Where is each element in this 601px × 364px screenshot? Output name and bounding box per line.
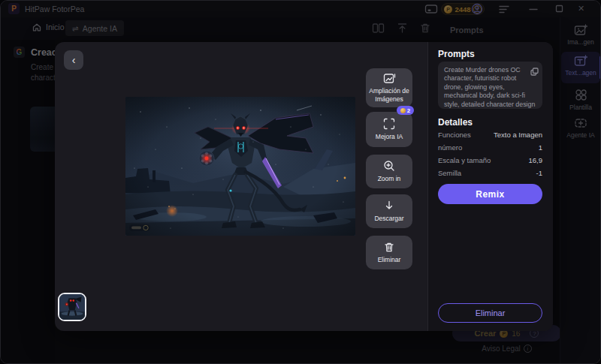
delete-label: Eliminar bbox=[376, 256, 403, 264]
prompts-title: Prompts bbox=[438, 49, 475, 59]
prompt-text: Create Murder drones OC character, futur… bbox=[444, 66, 536, 109]
upscale-label: Ampliación de Imágenes bbox=[366, 87, 412, 103]
generated-image bbox=[125, 97, 355, 236]
enhance-label: Mejora IA bbox=[374, 133, 404, 141]
upscale-button[interactable]: Ampliación de Imágenes bbox=[366, 68, 412, 107]
eliminar-button[interactable]: Eliminar bbox=[438, 303, 542, 323]
app-window: P HitPaw FotorPea P 2448 + ✕ Inicio bbox=[0, 0, 601, 364]
download-icon bbox=[384, 200, 394, 212]
result-detail-modal: ‹ bbox=[55, 42, 553, 331]
result-thumbnail-selected[interactable] bbox=[58, 293, 86, 321]
prompt-box: Create Murder drones OC character, futur… bbox=[438, 62, 542, 109]
enhance-icon bbox=[383, 118, 395, 130]
enhance-button[interactable]: Mejora IA bbox=[366, 112, 412, 147]
detail-row-semilla: Semilla -1 bbox=[438, 169, 542, 177]
enhance-cost-badge: 2 bbox=[397, 106, 414, 115]
delete-button[interactable]: Eliminar bbox=[366, 236, 412, 269]
coin-icon bbox=[400, 108, 406, 113]
copy-icon[interactable] bbox=[530, 65, 539, 79]
upscale-icon bbox=[383, 73, 396, 84]
detail-row-escala: Escala y tamaño 16,9 bbox=[438, 156, 542, 164]
detail-row-numero: número 1 bbox=[438, 143, 542, 152]
download-button[interactable]: Descargar bbox=[366, 194, 412, 228]
enhance-cost: 2 bbox=[407, 107, 410, 114]
details-title: Detalles bbox=[438, 117, 473, 128]
remix-button[interactable]: Remix bbox=[438, 184, 542, 204]
back-button[interactable]: ‹ bbox=[64, 50, 83, 70]
detail-row-funciones: Funciones Texto a Imagen bbox=[438, 131, 542, 139]
detail-panel: Prompts Create Murder drones OC characte… bbox=[427, 42, 553, 331]
zoom-in-icon bbox=[383, 160, 395, 172]
delete-icon bbox=[384, 242, 394, 253]
download-label: Descargar bbox=[373, 215, 405, 223]
image-watermark bbox=[129, 224, 150, 231]
zoom-in-button[interactable]: Zoom in bbox=[366, 155, 412, 188]
zoom-in-label: Zoom in bbox=[376, 175, 403, 183]
